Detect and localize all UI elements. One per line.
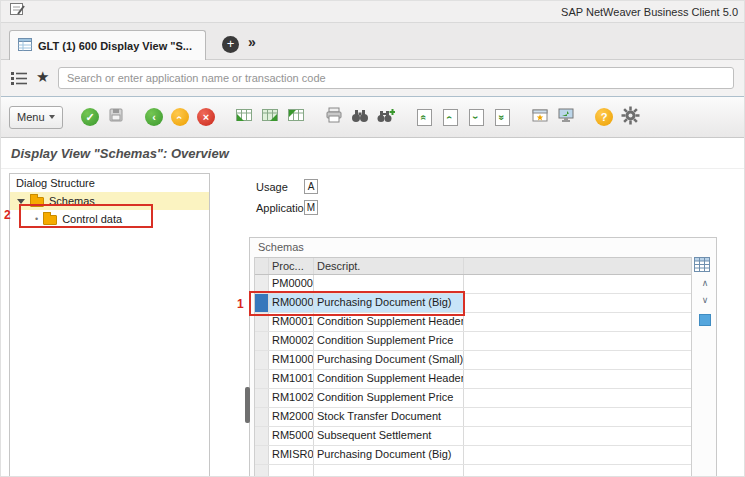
scrollbar-thumb[interactable] — [699, 314, 711, 326]
back-arrow-icon: ‹ — [145, 108, 163, 126]
col-header-descript[interactable]: Descript. — [314, 258, 464, 274]
cancel-button[interactable]: × — [196, 107, 217, 128]
menu-button[interactable]: Menu — [9, 106, 63, 129]
usage-field[interactable]: A — [304, 179, 318, 194]
settings-button[interactable] — [620, 107, 641, 128]
save-button[interactable] — [106, 107, 127, 128]
table-settings-button[interactable] — [694, 257, 710, 276]
table-vertical-scrollbar[interactable]: ∧ ∨ — [698, 275, 712, 326]
cell-descript: Stock Transfer Document — [314, 408, 464, 426]
row-select-cell[interactable] — [255, 389, 269, 407]
col-header-filler — [464, 258, 691, 274]
cell-proc: RM5000 — [269, 427, 314, 445]
select-all-icon — [261, 108, 279, 127]
col-header-proc[interactable]: Proc... — [269, 258, 314, 274]
table-row[interactable]: RM1002 Condition Supplement Price — [255, 389, 691, 408]
cell-filler — [464, 389, 691, 407]
last-page-button[interactable]: » — [492, 107, 513, 128]
row-select-cell[interactable] — [255, 332, 269, 350]
folder-icon — [43, 215, 57, 225]
table-header-row: Proc... Descript. — [255, 257, 691, 275]
cell-proc: RM0000 — [269, 294, 314, 312]
cell-proc: RM0001 — [269, 313, 314, 331]
deselect-all-button[interactable] — [286, 107, 307, 128]
row-select-cell[interactable] — [255, 313, 269, 331]
table-row[interactable]: RM2000 Stock Transfer Document — [255, 408, 691, 427]
row-select-cell[interactable] — [255, 294, 269, 312]
row-select-cell[interactable] — [255, 446, 269, 464]
cell-filler — [464, 313, 691, 331]
help-question-icon: ? — [595, 108, 613, 126]
table-settings-grid-icon — [694, 258, 710, 275]
enter-button[interactable]: ✓ — [80, 107, 101, 128]
create-shortcut-button[interactable] — [556, 107, 577, 128]
table-row[interactable]: RMISR0 Purchasing Document (Big) — [255, 446, 691, 465]
select-block-button[interactable] — [234, 107, 255, 128]
scroll-down-icon[interactable]: ∨ — [698, 292, 712, 309]
tree-item-schemas[interactable]: Schemas — [10, 192, 209, 210]
cell-descript: Purchasing Document (Big) — [314, 446, 464, 464]
table-row-empty[interactable] — [255, 465, 691, 477]
cell-proc: RMISR0 — [269, 446, 314, 464]
cell-filler — [464, 332, 691, 350]
table-row[interactable]: RM1000 Purchasing Document (Small) — [255, 351, 691, 370]
cell-proc: RM1002 — [269, 389, 314, 407]
exit-button[interactable]: ‹ — [170, 107, 191, 128]
cell-descript: Condition Supplement Price — [314, 389, 464, 407]
plus-icon: + — [227, 36, 235, 51]
row-select-cell[interactable] — [255, 465, 269, 477]
row-select-cell[interactable] — [255, 275, 269, 293]
cell-proc: RM1001 — [269, 370, 314, 388]
annotation-marker-2: 2 — [4, 208, 11, 222]
tree-item-control-data[interactable]: • Control data — [10, 210, 209, 228]
search-row: ★ — [1, 60, 745, 97]
cell-filler — [464, 351, 691, 369]
print-button[interactable] — [324, 107, 345, 128]
table-row[interactable]: PM0000 — [255, 275, 691, 294]
cell-proc: PM0000 — [269, 275, 314, 293]
binoculars-icon — [351, 108, 369, 127]
search-input[interactable] — [58, 67, 734, 89]
table-row[interactable]: RM5000 Subsequent Settlement — [255, 427, 691, 446]
cell-filler — [464, 370, 691, 388]
cell-proc: RM1000 — [269, 351, 314, 369]
find-next-button[interactable] — [376, 107, 397, 128]
cell-proc: RM0002 — [269, 332, 314, 350]
main-content: Dialog Structure Schemas • Control data … — [1, 169, 745, 477]
tab-overflow-button[interactable]: » — [248, 34, 256, 50]
binoculars-plus-icon — [377, 108, 395, 127]
first-page-button[interactable]: « — [414, 107, 435, 128]
help-button[interactable]: ? — [594, 107, 615, 128]
table-row[interactable]: RM0001 Condition Supplement Header — [255, 313, 691, 332]
table-row-selected[interactable]: RM0000 Purchasing Document (Big) — [255, 294, 691, 313]
last-page-icon: » — [495, 109, 510, 126]
app-list-icon[interactable] — [10, 70, 28, 90]
select-all-button[interactable] — [260, 107, 281, 128]
previous-page-button[interactable]: ‹ — [440, 107, 461, 128]
row-select-cell[interactable] — [255, 351, 269, 369]
scroll-up-icon[interactable]: ∧ — [698, 275, 712, 292]
new-session-button[interactable] — [530, 107, 551, 128]
cell-descript: Condition Supplement Header — [314, 370, 464, 388]
tree-expander-icon[interactable] — [17, 199, 25, 204]
cell-descript — [314, 465, 464, 477]
new-tab-button[interactable]: + — [222, 36, 239, 53]
cell-proc — [269, 465, 314, 477]
row-select-cell[interactable] — [255, 370, 269, 388]
back-button[interactable]: ‹ — [144, 107, 165, 128]
next-page-button[interactable]: › — [466, 107, 487, 128]
folder-icon — [30, 197, 44, 207]
tab-display-view[interactable]: GLT (1) 600 Display View "S... — [9, 30, 206, 60]
favorites-star-icon[interactable]: ★ — [36, 68, 49, 86]
application-field[interactable]: M — [304, 200, 318, 215]
row-select-cell[interactable] — [255, 427, 269, 445]
session-log-icon[interactable] — [9, 2, 25, 21]
header-select-cell[interactable] — [255, 258, 269, 274]
menu-caret-icon — [49, 115, 55, 119]
pane-scrollbar-thumb[interactable] — [245, 387, 250, 423]
table-row[interactable]: RM0002 Condition Supplement Price — [255, 332, 691, 351]
row-select-cell[interactable] — [255, 408, 269, 426]
find-button[interactable] — [350, 107, 371, 128]
cell-descript: Purchasing Document (Big) — [314, 294, 464, 312]
table-row[interactable]: RM1001 Condition Supplement Header — [255, 370, 691, 389]
